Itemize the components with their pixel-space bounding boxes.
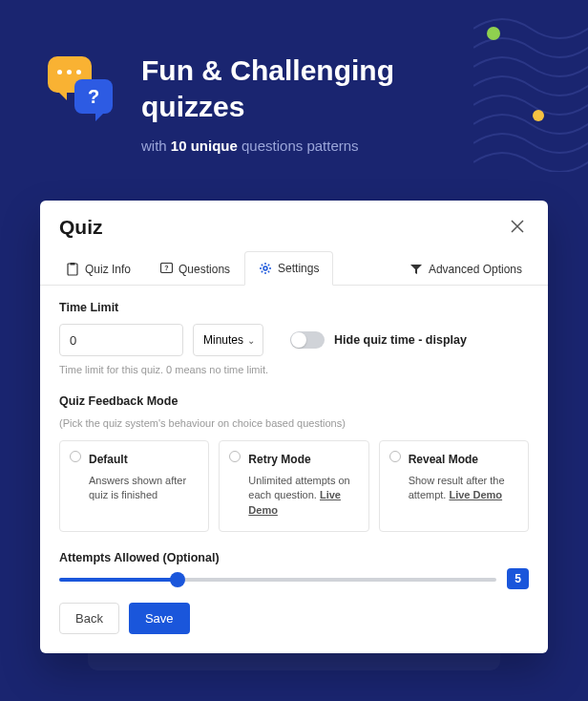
feedback-mode-label: Quiz Feedback Mode	[59, 394, 529, 408]
mode-title: Reveal Mode	[409, 453, 516, 466]
gear-icon	[259, 262, 272, 275]
clipboard-icon	[66, 263, 79, 276]
back-button[interactable]: Back	[59, 603, 119, 634]
mode-desc: Show result after the attempt. Live Demo	[409, 474, 516, 503]
time-unit-value: Minutes	[203, 333, 243, 347]
decorative-dot-green	[487, 27, 500, 40]
save-button[interactable]: Save	[129, 603, 190, 634]
hero-section: ? Fun & Challenging quizzes with 10 uniq…	[48, 53, 394, 154]
time-limit-hint: Time limit for this quiz. 0 means no tim…	[59, 364, 529, 375]
feedback-mode-reveal[interactable]: Reveal Mode Show result after the attemp…	[379, 440, 529, 532]
hide-time-label: Hide quiz time - display	[334, 333, 467, 347]
tab-label: Quiz Info	[85, 263, 131, 276]
tab-label: Settings	[278, 262, 319, 275]
attempts-value: 5	[507, 568, 529, 589]
modal-title: Quiz	[59, 216, 103, 239]
decorative-dot-yellow	[533, 110, 544, 121]
hero-subtitle: with 10 unique questions patterns	[141, 138, 394, 154]
tab-label: Questions	[178, 263, 230, 276]
mode-desc: Unlimited attempts on each question. Liv…	[248, 474, 356, 518]
quiz-settings-modal: Quiz Quiz Info ? Questions Settings	[40, 201, 548, 653]
live-demo-link[interactable]: Live Demo	[449, 489, 502, 500]
filter-icon	[410, 263, 423, 276]
mode-desc: Answers shown after quiz is finished	[89, 474, 197, 503]
tab-label: Advanced Options	[429, 263, 522, 276]
attempts-slider[interactable]	[59, 578, 496, 582]
radio-icon	[389, 451, 401, 462]
mode-title: Default	[89, 453, 197, 466]
mode-title: Retry Mode	[248, 453, 356, 466]
close-button[interactable]	[506, 214, 529, 241]
slider-thumb[interactable]	[170, 572, 185, 587]
attempts-label: Attempts Allowed (Optional)	[59, 551, 529, 564]
feedback-mode-retry[interactable]: Retry Mode Unlimited attempts on each qu…	[219, 440, 368, 532]
feedback-mode-default[interactable]: Default Answers shown after quiz is fini…	[59, 440, 209, 532]
chevron-down-icon: ⌄	[247, 335, 255, 346]
tab-settings[interactable]: Settings	[244, 251, 333, 286]
time-unit-select[interactable]: Minutes ⌄	[193, 324, 263, 356]
radio-icon	[70, 451, 81, 462]
radio-icon	[229, 451, 241, 462]
quiz-chat-icon: ?	[48, 56, 115, 123]
tabs-bar: Quiz Info ? Questions Settings Advanced …	[40, 250, 548, 286]
svg-rect-1	[71, 263, 75, 266]
feedback-mode-hint: (Pick the quiz system's behaviour on cho…	[59, 417, 529, 429]
svg-rect-0	[68, 264, 77, 275]
tab-advanced-options[interactable]: Advanced Options	[395, 251, 536, 286]
svg-text:?: ?	[164, 265, 168, 271]
close-icon	[510, 219, 525, 234]
time-limit-input[interactable]	[59, 324, 183, 356]
hero-title: Fun & Challenging quizzes	[141, 53, 394, 124]
question-icon: ?	[159, 263, 173, 276]
tab-quiz-info[interactable]: Quiz Info	[52, 251, 145, 286]
tab-questions[interactable]: ? Questions	[145, 251, 244, 286]
hide-time-toggle[interactable]	[290, 331, 325, 349]
time-limit-label: Time Limit	[59, 301, 529, 314]
svg-point-4	[263, 266, 267, 270]
